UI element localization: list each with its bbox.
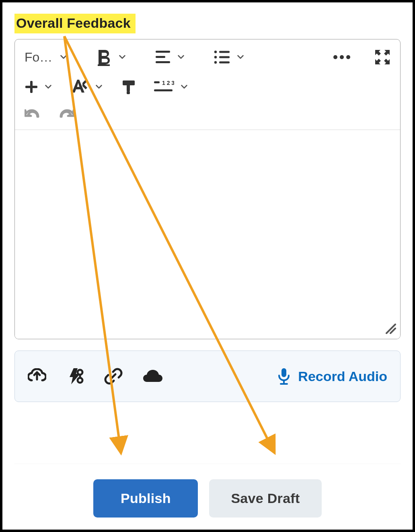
svg-point-10 xyxy=(333,55,337,59)
toolbar-row-1: Fo… xyxy=(25,48,390,66)
svg-rect-2 xyxy=(156,56,165,58)
list-button[interactable] xyxy=(214,50,247,64)
svg-point-12 xyxy=(346,55,350,59)
feedback-panel: Overall Feedback Fo… xyxy=(0,0,415,532)
bold-icon xyxy=(96,48,112,66)
cloud-drive-icon[interactable] xyxy=(143,369,163,384)
save-draft-button[interactable]: Save Draft xyxy=(209,479,321,518)
svg-rect-15 xyxy=(123,80,135,85)
resize-handle-icon[interactable] xyxy=(384,322,396,336)
text-style-icon xyxy=(70,79,89,95)
undo-icon[interactable] xyxy=(25,108,41,123)
text-style-button[interactable] xyxy=(70,79,105,95)
chevron-down-icon[interactable] xyxy=(178,81,190,93)
footer: Publish Save Draft xyxy=(14,464,401,518)
link-icon[interactable] xyxy=(104,367,123,386)
numbered-list-button[interactable]: 1 2 3 xyxy=(153,80,190,94)
align-icon xyxy=(155,50,171,64)
svg-rect-14 xyxy=(25,86,37,88)
overall-feedback-title: Overall Feedback xyxy=(14,14,136,33)
quicklink-icon[interactable] xyxy=(66,367,84,385)
svg-point-4 xyxy=(214,51,217,53)
record-audio-button[interactable]: Record Audio xyxy=(277,367,387,385)
svg-point-11 xyxy=(340,55,344,59)
insert-button[interactable] xyxy=(25,80,54,94)
svg-rect-18 xyxy=(154,81,160,83)
chevron-down-icon[interactable] xyxy=(58,51,70,63)
font-picker[interactable]: Fo… xyxy=(25,50,70,65)
chevron-down-icon[interactable] xyxy=(175,51,187,63)
svg-rect-7 xyxy=(219,56,230,58)
microphone-icon xyxy=(277,367,291,385)
svg-rect-9 xyxy=(219,62,230,64)
svg-point-6 xyxy=(214,56,217,58)
numbered-list-icon: 1 2 3 xyxy=(153,80,174,94)
fullscreen-icon[interactable] xyxy=(374,49,390,65)
align-button[interactable] xyxy=(155,50,187,64)
svg-point-8 xyxy=(214,61,217,64)
chevron-down-icon[interactable] xyxy=(42,81,54,93)
chevron-down-icon[interactable] xyxy=(116,51,128,63)
editor-textarea[interactable] xyxy=(15,130,400,339)
svg-point-23 xyxy=(78,370,82,375)
attachment-bar: Record Audio xyxy=(14,351,401,402)
svg-rect-0 xyxy=(98,64,110,66)
svg-rect-5 xyxy=(219,51,230,53)
more-icon[interactable] xyxy=(333,54,351,60)
svg-point-24 xyxy=(78,378,82,383)
title-wrap: Overall Feedback xyxy=(14,14,401,33)
bold-button[interactable] xyxy=(96,48,128,66)
svg-rect-17 xyxy=(127,91,130,94)
toolbar-row-2: 1 2 3 xyxy=(25,79,390,95)
chevron-down-icon[interactable] xyxy=(234,51,247,63)
plus-icon xyxy=(25,80,38,94)
svg-rect-1 xyxy=(156,51,170,53)
record-audio-label: Record Audio xyxy=(298,369,387,384)
chevron-down-icon[interactable] xyxy=(93,81,105,93)
redo-icon[interactable] xyxy=(58,108,74,123)
editor-toolbar: Fo… xyxy=(15,39,400,130)
svg-rect-26 xyxy=(281,368,286,377)
format-painter-icon[interactable] xyxy=(121,79,137,95)
svg-rect-16 xyxy=(127,85,130,91)
toolbar-row-3 xyxy=(25,108,390,123)
font-label: Fo… xyxy=(25,50,53,65)
publish-button[interactable]: Publish xyxy=(93,479,198,518)
svg-rect-3 xyxy=(156,61,170,63)
attachment-icons xyxy=(28,367,163,386)
list-icon xyxy=(214,50,230,64)
svg-text:1 2 3: 1 2 3 xyxy=(162,80,174,86)
rich-text-editor: Fo… xyxy=(14,39,401,339)
svg-rect-20 xyxy=(154,89,173,91)
cloud-upload-icon[interactable] xyxy=(28,368,46,384)
